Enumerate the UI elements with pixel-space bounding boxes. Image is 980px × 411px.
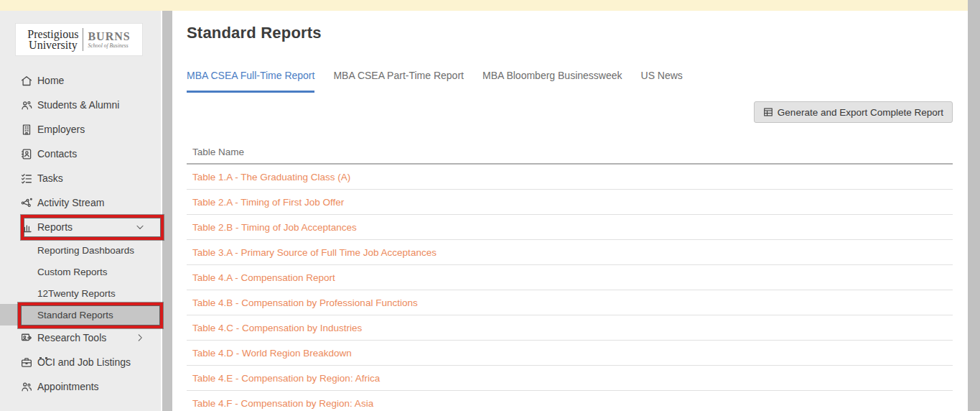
report-link[interactable]: Table 3.A - Primary Source of Full Time … [192, 247, 437, 258]
chevron-right-icon [135, 333, 145, 343]
sidebar-item-label: Appointments [37, 381, 99, 392]
report-link[interactable]: Table 1.A - The Graduating Class (A) [192, 172, 350, 183]
table-header-row: Table Name [187, 141, 953, 165]
sidebar-item-employers[interactable]: Employers [0, 117, 161, 142]
report-link[interactable]: Table 4.D - World Region Breakdown [192, 348, 352, 359]
sidebar: Prestigious University BURNS School of B… [0, 11, 161, 411]
tab-mba-csea-part-time[interactable]: MBA CSEA Part-Time Report [333, 64, 464, 93]
logo-line2: University [27, 40, 78, 50]
sidebar-scrollbar[interactable] [162, 11, 172, 411]
table-row[interactable]: Table 2.A - Timing of First Job Offer [187, 190, 953, 215]
sidebar-item-appointments[interactable]: Appointments [0, 374, 161, 399]
top-bar [0, 0, 968, 11]
table-row[interactable]: Table 4.E - Compensation by Region: Afri… [187, 366, 953, 391]
table-name-column-header: Table Name [192, 147, 244, 157]
tab-mba-csea-full-time[interactable]: MBA CSEA Full-Time Report [187, 64, 314, 93]
students-icon [19, 98, 33, 112]
annotation-box-standard-reports [18, 303, 163, 328]
generate-export-report-button[interactable]: Generate and Export Complete Report [754, 101, 953, 123]
table-row[interactable]: Table 4.A - Compensation Report [187, 265, 953, 290]
sidebar-item-label: Contacts [37, 148, 77, 160]
sidebar-item-activity-stream[interactable]: Activity Stream [0, 190, 161, 215]
page-scrollbar[interactable] [968, 0, 980, 411]
tab-us-news[interactable]: US News [641, 64, 683, 93]
standard-reports-table: Table Name Table 1.A - The Graduating Cl… [187, 141, 953, 411]
table-row[interactable]: Table 4.D - World Region Breakdown [187, 341, 953, 366]
sidebar-item-home[interactable]: Home [0, 68, 161, 93]
checklist-icon [19, 172, 33, 185]
report-link[interactable]: Table 2.B - Timing of Job Acceptances [192, 222, 357, 233]
sidebar-item-label: Students & Alumni [37, 99, 119, 111]
page-title: Standard Reports [187, 24, 322, 42]
logo-university-text: Prestigious University [27, 29, 78, 50]
network-icon [19, 196, 33, 210]
app-window: Prestigious University BURNS School of B… [0, 0, 980, 411]
report-link[interactable]: Table 4.B - Compensation by Professional… [192, 297, 418, 308]
logo-school-name: BURNS [88, 31, 130, 42]
sidebar-item-label: Research Tools [37, 332, 106, 343]
sidebar-item-12twenty-reports[interactable]: 12Twenty Reports [0, 282, 161, 304]
partial-next-icon [39, 357, 47, 359]
tab-mba-bloomberg-businessweek[interactable]: MBA Bloomberg Businessweek [482, 64, 622, 93]
sidebar-item-research-tools[interactable]: Research Tools [0, 325, 161, 350]
sidebar-item-oci-and-job-listings[interactable]: OCI and Job Listings [0, 350, 161, 374]
school-logo[interactable]: Prestigious University BURNS School of B… [16, 24, 142, 55]
table-row[interactable]: Table 4.B - Compensation by Professional… [187, 290, 953, 315]
sidebar-item-contacts[interactable]: Contacts [0, 142, 161, 166]
sidebar-item-label: Tasks [37, 172, 63, 184]
report-link[interactable]: Table 4.A - Compensation Report [192, 272, 335, 283]
sidebar-item-label: Reporting Dashboards [37, 245, 134, 256]
people-icon [19, 380, 33, 394]
logo-line1: Prestigious [27, 29, 78, 40]
table-row[interactable]: Table 4.C - Compensation by Industries [187, 315, 953, 341]
building-icon [19, 123, 33, 137]
export-button-label: Generate and Export Complete Report [778, 107, 943, 118]
report-link[interactable]: Table 4.E - Compensation by Region: Afri… [192, 373, 380, 384]
logo-school-sub: School of Business [88, 42, 130, 49]
logo-school-text: BURNS School of Business [88, 31, 130, 49]
contact-card-icon [19, 147, 33, 161]
report-link[interactable]: Table 2.A - Timing of First Job Offer [192, 197, 344, 208]
table-row[interactable]: Table 3.A - Primary Source of Full Time … [187, 240, 953, 265]
sidebar-item-students-alumni[interactable]: Students & Alumni [0, 93, 161, 117]
sidebar-item-label: Employers [37, 124, 85, 135]
logo-divider [83, 28, 83, 51]
sidebar-item-label: Custom Reports [37, 267, 108, 277]
spreadsheet-icon [763, 107, 773, 117]
main-content: Standard Reports MBA CSEA Full-Time Repo… [172, 11, 968, 411]
briefcase-icon [19, 356, 33, 369]
report-link[interactable]: Table 4.C - Compensation by Industries [192, 323, 362, 333]
tab-bar: MBA CSEA Full-Time Report MBA CSEA Part-… [187, 64, 701, 93]
table-row[interactable]: Table 2.B - Timing of Job Acceptances [187, 215, 953, 240]
sidebar-item-reporting-dashboards[interactable]: Reporting Dashboards [0, 239, 161, 261]
sidebar-item-label: Activity Stream [37, 197, 104, 208]
report-link[interactable]: Table 4.F - Compensation by Region: Asia [192, 398, 373, 409]
table-row[interactable]: Table 4.F - Compensation by Region: Asia [187, 391, 953, 411]
sidebar-item-label: Home [37, 75, 64, 86]
sidebar-item-custom-reports[interactable]: Custom Reports [0, 261, 161, 282]
sidebar-item-tasks[interactable]: Tasks [0, 166, 161, 190]
home-icon [19, 74, 33, 88]
sidebar-item-label: OCI and Job Listings [37, 356, 131, 368]
sidebar-item-label: 12Twenty Reports [37, 288, 116, 299]
research-icon [19, 331, 33, 345]
annotation-box-reports [21, 215, 164, 240]
table-row[interactable]: Table 1.A - The Graduating Class (A) [187, 165, 953, 190]
